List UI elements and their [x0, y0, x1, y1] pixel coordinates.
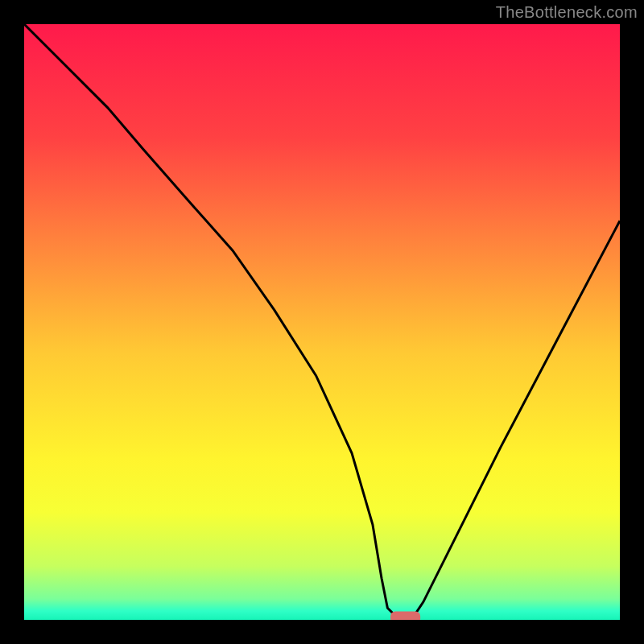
chart-svg	[24, 24, 620, 620]
watermark-text: TheBottleneck.com	[496, 3, 638, 22]
plot-area	[24, 24, 620, 620]
chart-frame: TheBottleneck.com	[0, 0, 644, 644]
minimum-marker	[390, 612, 420, 620]
